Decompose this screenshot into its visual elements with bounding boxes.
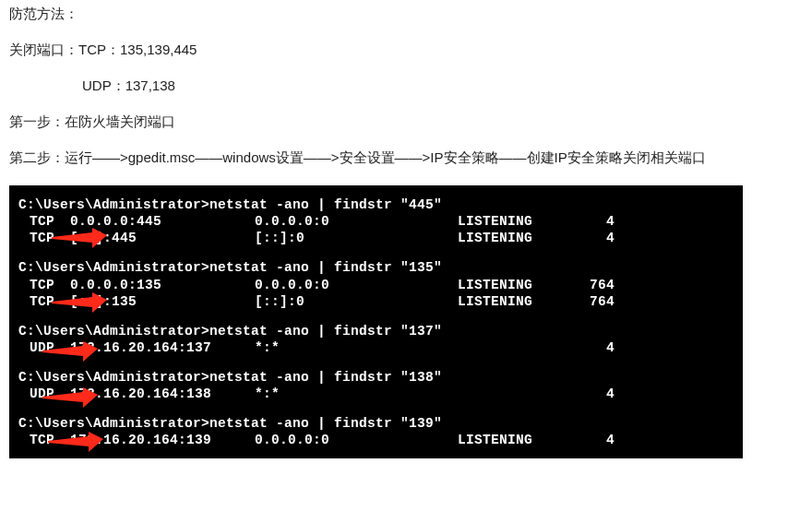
col-protocol: TCP: [18, 213, 70, 230]
terminal-output-row: TCP[::]:135[::]:0LISTENING764: [18, 293, 734, 310]
terminal-command-line: C:\Users\Administrator>netstat -ano | fi…: [18, 415, 734, 432]
col-protocol: UDP: [18, 386, 70, 402]
col-foreign-address: [::]:0: [255, 293, 458, 310]
col-state: LISTENING: [458, 432, 578, 448]
watermark: 知乎 @IDC陈: [710, 487, 797, 504]
terminal-output-row: UDP172.16.20.164:137*:*4: [18, 339, 734, 356]
col-state: LISTENING: [458, 213, 578, 230]
col-state: LISTENING: [458, 277, 578, 293]
col-foreign-address: 0.0.0.0:0: [255, 277, 458, 293]
col-pid: 764: [578, 293, 615, 310]
col-foreign-address: [::]:0: [255, 230, 458, 246]
paragraph-close-ports-tcp: 关闭端口：TCP：135,139,445: [9, 40, 803, 59]
terminal-command-line: C:\Users\Administrator>netstat -ano | fi…: [18, 259, 734, 276]
col-protocol: TCP: [18, 277, 70, 293]
col-local-address: 0.0.0.0:135: [70, 277, 255, 293]
terminal-output-row: TCP0.0.0.0:1350.0.0.0:0LISTENING764: [18, 277, 734, 293]
paragraph-step1: 第一步：在防火墙关闭端口: [9, 112, 803, 131]
terminal-block: C:\Users\Administrator>netstat -ano | fi…: [18, 415, 734, 448]
col-pid: 4: [578, 213, 615, 230]
col-protocol: TCP: [18, 230, 70, 246]
terminal-command-line: C:\Users\Administrator>netstat -ano | fi…: [18, 369, 734, 386]
paragraph-prevention-title: 防范方法：: [9, 4, 803, 23]
terminal-block: C:\Users\Administrator>netstat -ano | fi…: [18, 196, 734, 246]
terminal-output-row: TCP[::]:445[::]:0LISTENING4: [18, 230, 734, 246]
col-pid: 4: [578, 432, 615, 448]
article-body: 防范方法： 关闭端口：TCP：135,139,445 UDP：137,138 第…: [0, 0, 812, 167]
col-local-address: [::]:135: [70, 293, 255, 310]
watermark-author: @IDC陈: [746, 487, 797, 502]
col-local-address: [::]:445: [70, 230, 255, 246]
col-protocol: UDP: [18, 339, 70, 356]
col-protocol: TCP: [18, 432, 70, 448]
col-pid: 4: [578, 386, 615, 402]
col-pid: 4: [578, 230, 615, 246]
col-protocol: TCP: [18, 293, 70, 310]
col-foreign-address: *:*: [255, 386, 458, 402]
terminal-command-line: C:\Users\Administrator>netstat -ano | fi…: [18, 323, 734, 339]
terminal-output-row: UDP172.16.20.164:138*:*4: [18, 386, 734, 402]
terminal-block: C:\Users\Administrator>netstat -ano | fi…: [18, 323, 734, 356]
terminal-block: C:\Users\Administrator>netstat -ano | fi…: [18, 369, 734, 402]
paragraph-close-ports-udp: UDP：137,138: [9, 76, 803, 95]
terminal-block: C:\Users\Administrator>netstat -ano | fi…: [18, 259, 734, 309]
col-pid: 764: [578, 277, 615, 293]
col-foreign-address: 0.0.0.0:0: [255, 213, 458, 230]
terminal-output-row: TCP0.0.0.0:4450.0.0.0:0LISTENING4: [18, 213, 734, 230]
col-state: LISTENING: [458, 230, 578, 246]
col-local-address: 0.0.0.0:445: [70, 213, 255, 230]
col-local-address: 172.16.20.164:137: [70, 339, 255, 356]
paragraph-step2: 第二步：运行——>gpedit.msc——windows设置——>安全设置——>…: [9, 148, 803, 167]
col-pid: 4: [578, 339, 615, 356]
col-local-address: 172.16.20.164:139: [70, 432, 255, 448]
col-foreign-address: *:*: [255, 339, 458, 356]
col-local-address: 172.16.20.164:138: [70, 386, 255, 402]
col-state: LISTENING: [458, 293, 578, 310]
zhihu-logo-icon: 知乎: [710, 487, 737, 504]
terminal-command-line: C:\Users\Administrator>netstat -ano | fi…: [18, 196, 734, 213]
terminal-output-row: TCP172.16.20.164:1390.0.0.0:0LISTENING4: [18, 432, 734, 448]
col-foreign-address: 0.0.0.0:0: [255, 432, 458, 448]
terminal-screenshot: C:\Users\Administrator>netstat -ano | fi…: [9, 185, 743, 458]
